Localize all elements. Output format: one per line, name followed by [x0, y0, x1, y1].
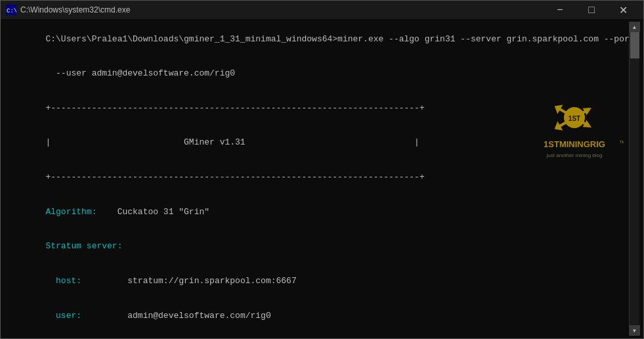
logo-svg: 1ST 1STMININGRIG TM just another mining …: [525, 88, 624, 167]
svg-text:just another mining blog: just another mining blog: [546, 152, 603, 158]
terminal-line: C:\Users\Pralea1\Downloads\gminer_1_31_m…: [5, 22, 629, 56]
svg-text:C:\: C:\: [7, 8, 16, 14]
minimize-button[interactable]: −: [545, 1, 575, 19]
cmd-icon: C:\: [6, 5, 16, 15]
terminal-line: password: x: [5, 333, 629, 336]
cmd-window: C:\ C:\Windows\system32\cmd.exe − □ ✕ C:…: [0, 0, 644, 339]
maximize-button[interactable]: □: [576, 1, 607, 19]
svg-marker-7: [583, 120, 593, 131]
titlebar-buttons: − □ ✕: [545, 1, 638, 19]
svg-marker-4: [583, 104, 593, 115]
scrollbar[interactable]: ▲ ▼: [629, 22, 639, 336]
titlebar: C:\ C:\Windows\system32\cmd.exe − □ ✕: [1, 1, 643, 19]
svg-text:1ST: 1ST: [569, 115, 580, 122]
svg-marker-3: [552, 122, 563, 134]
terminal-line: Algorithm: Cuckatoo 31 "Grin": [5, 194, 629, 229]
svg-text:1STMININGRIG: 1STMININGRIG: [544, 139, 605, 149]
titlebar-title: C:\Windows\system32\cmd.exe: [20, 5, 545, 14]
scrollbar-track[interactable]: [630, 32, 639, 325]
scrollbar-thumb[interactable]: [630, 32, 639, 58]
scroll-up-arrow[interactable]: ▲: [630, 22, 640, 32]
terminal-line: --user admin@develsoftware.com/rig0: [5, 56, 629, 91]
svg-marker-6: [552, 102, 563, 114]
terminal-line: user: admin@develsoftware.com/rig0: [5, 298, 629, 333]
terminal-body: C:\Users\Pralea1\Downloads\gminer_1_31_m…: [1, 19, 643, 338]
scroll-down-arrow[interactable]: ▼: [630, 325, 640, 336]
terminal-content: C:\Users\Pralea1\Downloads\gminer_1_31_m…: [5, 22, 629, 336]
svg-text:TM: TM: [620, 140, 624, 144]
mining-logo: 1ST 1STMININGRIG TM just another mining …: [525, 88, 624, 170]
close-button[interactable]: ✕: [608, 1, 638, 19]
terminal-line: Stratum server:: [5, 229, 629, 264]
terminal-line: host: stratum://grin.sparkpool.com:6667: [5, 263, 629, 298]
